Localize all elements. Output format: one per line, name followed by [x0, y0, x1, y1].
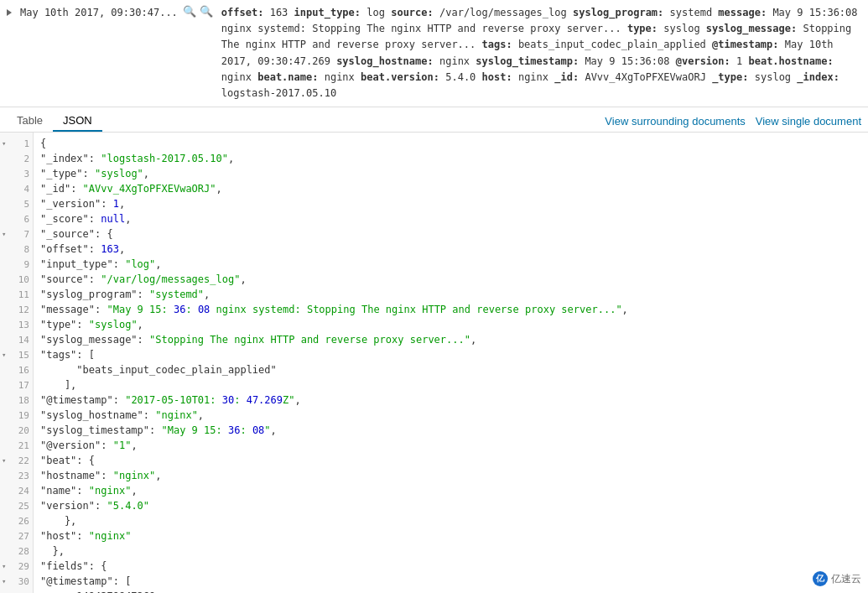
tab-group-right: View surrounding documents View single d… — [605, 115, 861, 127]
json-line: "syslog_hostname": "nginx", — [40, 408, 861, 423]
line-number: 31 — [0, 589, 33, 593]
log-timestamp: May 10th 2017, 09:30:47... — [20, 5, 178, 20]
watermark: 亿 亿速云 — [813, 571, 861, 586]
line-number: 28 — [0, 544, 33, 559]
offset-val: 163 — [270, 7, 294, 18]
tab-table[interactable]: Table — [7, 111, 53, 132]
line-number: 10 — [0, 272, 33, 287]
beat-name-key: beat.name: — [257, 71, 318, 83]
syslog-timestamp-key: syslog_timestamp: — [476, 55, 579, 67]
fold-arrow-icon[interactable]: ▾ — [2, 139, 6, 148]
json-line: "@timestamp": [ — [40, 574, 861, 589]
json-line: "offset": 163, — [40, 242, 861, 257]
json-viewer: ▾123456▾7891011121314▾15161718192021▾222… — [0, 133, 868, 593]
source-key: source: — [391, 7, 434, 18]
line-number: ▾22 — [0, 453, 33, 468]
fold-arrow-icon[interactable]: ▾ — [2, 456, 6, 465]
json-line: "_index": "logstash-2017.05.10", — [40, 151, 861, 166]
line-number: 8 — [0, 242, 33, 257]
line-number: 21 — [0, 438, 33, 453]
watermark-text: 亿速云 — [831, 572, 861, 586]
json-line: "name": "nginx", — [40, 483, 861, 498]
id-val: AVvv_4XgToPFXEVwaORJ — [585, 71, 712, 83]
watermark-logo: 亿 — [813, 571, 828, 586]
tab-group-left: Table JSON — [7, 111, 102, 132]
syslog-hostname-val: nginx — [439, 55, 476, 67]
syslog-timestamp-val: May 9 15:36:08 — [585, 55, 675, 67]
fold-arrow-icon[interactable]: ▾ — [2, 351, 6, 359]
fold-arrow-icon[interactable]: ▾ — [2, 230, 6, 238]
line-number: 16 — [0, 362, 33, 377]
json-line: "_version": 1, — [40, 196, 861, 211]
json-line: "fields": { — [40, 559, 861, 574]
fold-arrow-icon[interactable]: ▾ — [2, 577, 6, 585]
line-number: 9 — [0, 257, 33, 272]
offset-key: offset: — [221, 7, 264, 18]
syslog-program-val: systemd — [670, 7, 719, 18]
json-line: "@timestamp": "2017-05-10T01: 30: 47.269… — [40, 393, 861, 408]
view-single-link[interactable]: View single document — [756, 115, 861, 127]
line-number: 14 — [0, 332, 33, 347]
json-line: "input_type": "log", — [40, 257, 861, 272]
collapse-triangle[interactable] — [7, 9, 12, 16]
line-number: 23 — [0, 468, 33, 483]
version-val: 1 — [736, 55, 748, 67]
line-number: 20 — [0, 423, 33, 438]
tags-val: beats_input_codec_plain_applied — [518, 39, 712, 50]
json-line: }, — [40, 544, 861, 559]
line-number: 3 — [0, 166, 33, 181]
json-line: { — [40, 136, 861, 151]
json-line: "version": "5.4.0" — [40, 498, 861, 513]
id-key: _id: — [554, 71, 579, 83]
tab-bar: Table JSON View surrounding documents Vi… — [0, 107, 868, 133]
line-number: 27 — [0, 528, 33, 544]
input-type-val: log — [366, 7, 391, 18]
header-toggle[interactable] — [7, 7, 15, 16]
json-line: "hostname": "nginx", — [40, 468, 861, 483]
view-surrounding-link[interactable]: View surrounding documents — [605, 115, 745, 127]
json-line: "syslog_message": "Stopping The nginx HT… — [40, 332, 861, 347]
tags-key: tags: — [482, 39, 512, 50]
line-number: 4 — [0, 181, 33, 196]
message-key: message: — [718, 7, 767, 18]
line-number: 19 — [0, 408, 33, 423]
json-line: "beats_input_codec_plain_applied" — [40, 362, 861, 377]
type-key: type: — [627, 23, 657, 34]
syslog-hostname-key: syslog_hostname: — [336, 55, 434, 67]
line-number: ▾7 — [0, 226, 33, 242]
beat-hostname-val: nginx — [221, 71, 257, 83]
line-number: 26 — [0, 513, 33, 528]
zoom-icons[interactable]: 🔍 🔍 — [181, 5, 215, 18]
json-line: "@version": "1", — [40, 438, 861, 453]
json-line: 1494379847269 — [40, 589, 861, 593]
json-line: "_id": "AVvv_4XgToPFXEVwaORJ", — [40, 181, 861, 196]
json-line: "message": "May 9 15: 36: 08 nginx syste… — [40, 302, 861, 317]
version-key: @version: — [676, 55, 730, 67]
zoom-in-icon[interactable]: 🔍 — [198, 5, 215, 18]
source-val: /var/log/messages_log — [439, 7, 573, 18]
line-number: 12 — [0, 302, 33, 317]
json-line: "syslog_program": "systemd", — [40, 287, 861, 302]
json-line: "_score": null, — [40, 211, 861, 226]
line-number: 11 — [0, 287, 33, 302]
type-val: syslog — [663, 23, 706, 34]
tab-json[interactable]: JSON — [53, 111, 102, 132]
line-numbers: ▾123456▾7891011121314▾15161718192021▾222… — [0, 133, 34, 593]
at-timestamp-key: @timestamp: — [712, 39, 778, 50]
syslog-program-key: syslog_program: — [573, 7, 663, 18]
header-meta-fields: offset: 163 input_type: log source: /var… — [221, 5, 861, 101]
line-number: ▾29 — [0, 559, 33, 574]
fold-arrow-icon[interactable]: ▾ — [2, 562, 6, 570]
json-line: }, — [40, 513, 861, 528]
beat-version-key: beat.version: — [361, 71, 439, 83]
json-line: "host": "nginx" — [40, 528, 861, 544]
input-type-key: input_type: — [294, 7, 361, 18]
line-number: 6 — [0, 211, 33, 226]
zoom-out-icon[interactable]: 🔍 — [181, 5, 198, 18]
json-line: "beat": { — [40, 453, 861, 468]
beat-hostname-key: beat.hostname: — [748, 55, 833, 67]
json-line: ], — [40, 377, 861, 393]
beat-name-val: nginx — [325, 71, 361, 83]
index-val: logstash-2017.05.10 — [221, 87, 336, 99]
line-number: 17 — [0, 377, 33, 393]
